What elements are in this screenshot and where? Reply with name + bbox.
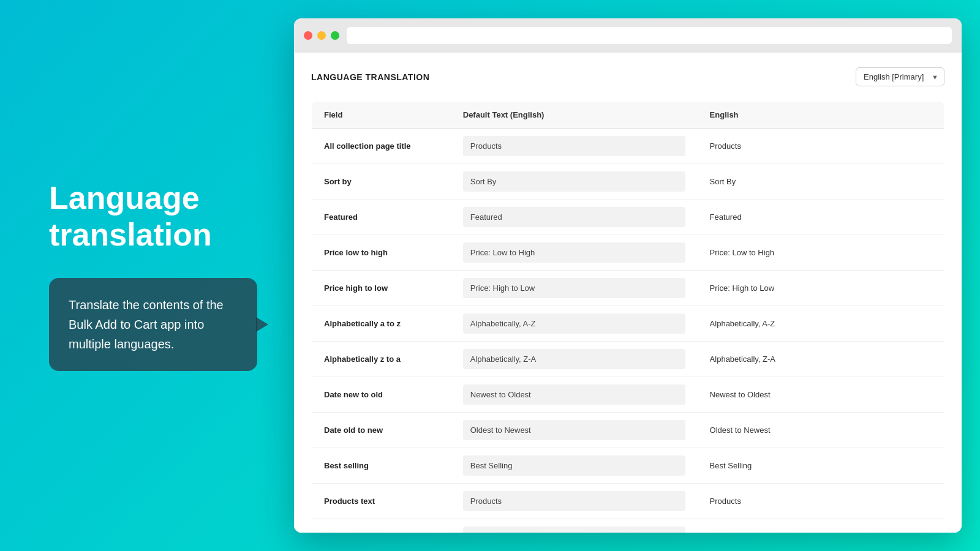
traffic-light-green[interactable] <box>331 31 339 40</box>
field-label: Alphabetically z to a <box>324 354 401 364</box>
translation-input[interactable] <box>710 313 932 334</box>
translation-cell <box>698 377 944 413</box>
default-text-cell <box>451 448 698 484</box>
description-text: Translate the contents of the Bulk Add t… <box>69 295 238 354</box>
default-text-input[interactable] <box>463 207 685 227</box>
table-row: Alphabetically z to a <box>312 342 944 377</box>
default-text-cell <box>451 271 698 306</box>
field-cell: Alphabetically a to z <box>312 306 451 342</box>
col-header-default: Default Text (English) <box>451 102 698 129</box>
field-label: Sort by <box>324 177 352 186</box>
translation-input[interactable] <box>710 420 932 440</box>
browser-titlebar <box>294 18 962 53</box>
translation-input[interactable] <box>710 242 932 263</box>
description-box: Translate the contents of the Bulk Add t… <box>49 278 257 371</box>
field-label: Best selling <box>324 461 369 470</box>
default-text-input[interactable] <box>463 136 685 156</box>
field-label: Price high to low <box>324 283 388 293</box>
default-text-input[interactable] <box>463 491 685 511</box>
default-text-input[interactable] <box>463 349 685 369</box>
default-text-input[interactable] <box>463 313 685 334</box>
default-text-cell <box>451 342 698 377</box>
traffic-light-red[interactable] <box>304 31 312 40</box>
translation-table: Field Default Text (English) English All… <box>311 101 944 533</box>
translation-cell <box>698 271 944 306</box>
field-label: Date new to old <box>324 390 383 399</box>
field-cell: Products text <box>312 484 451 519</box>
translation-input[interactable] <box>710 349 932 369</box>
translation-input[interactable] <box>710 384 932 405</box>
translation-cell <box>698 519 944 533</box>
app-content: LANGUAGE TRANSLATION English [Primary] F… <box>294 53 962 533</box>
col-header-field: Field <box>312 102 451 129</box>
default-text-input[interactable] <box>463 384 685 405</box>
translation-cell <box>698 342 944 377</box>
field-cell: All collection page title <box>312 129 451 164</box>
traffic-light-yellow[interactable] <box>317 31 326 40</box>
field-cell: Best selling <box>312 448 451 484</box>
app-title: LANGUAGE TRANSLATION <box>311 72 429 82</box>
translation-input[interactable] <box>710 136 932 156</box>
field-cell: Sort by <box>312 164 451 200</box>
table-row: Alphabetically a to z <box>312 306 944 342</box>
table-row: Date new to old <box>312 377 944 413</box>
translation-cell <box>698 164 944 200</box>
translation-input[interactable] <box>710 171 932 192</box>
default-text-input[interactable] <box>463 242 685 263</box>
field-cell: Alphabetically z to a <box>312 342 451 377</box>
default-text-input[interactable] <box>463 420 685 440</box>
translation-cell <box>698 200 944 235</box>
col-header-english: English <box>698 102 944 129</box>
default-text-cell <box>451 235 698 271</box>
field-cell: Price low to high <box>312 235 451 271</box>
default-text-cell <box>451 519 698 533</box>
table-row: Price low to high <box>312 235 944 271</box>
table-row: All collection page title <box>312 129 944 164</box>
table-row: Product image <box>312 519 944 533</box>
default-text-cell <box>451 129 698 164</box>
translation-cell <box>698 129 944 164</box>
default-text-cell <box>451 377 698 413</box>
hero-title: Language translation <box>49 180 257 253</box>
field-cell: Date old to new <box>312 413 451 448</box>
left-panel: Language translation Translate the conte… <box>0 143 294 408</box>
field-cell: Date new to old <box>312 377 451 413</box>
default-text-cell <box>451 413 698 448</box>
field-label: Product image <box>324 532 379 533</box>
field-label: Date old to new <box>324 425 383 435</box>
table-row: Featured <box>312 200 944 235</box>
table-row: Date old to new <box>312 413 944 448</box>
translation-cell <box>698 484 944 519</box>
field-cell: Price high to low <box>312 271 451 306</box>
table-row: Sort by <box>312 164 944 200</box>
language-select[interactable]: English [Primary] French Spanish German … <box>856 67 944 86</box>
translation-input[interactable] <box>710 207 932 227</box>
address-bar[interactable] <box>347 27 952 44</box>
field-label: Featured <box>324 212 358 222</box>
default-text-input[interactable] <box>463 171 685 192</box>
translation-input[interactable] <box>710 527 932 533</box>
traffic-lights <box>304 31 339 40</box>
table-row: Products text <box>312 484 944 519</box>
field-cell: Featured <box>312 200 451 235</box>
default-text-cell <box>451 164 698 200</box>
field-label: Products text <box>324 497 375 506</box>
translation-input[interactable] <box>710 455 932 476</box>
field-label: Alphabetically a to z <box>324 319 401 328</box>
field-label: All collection page title <box>324 141 411 151</box>
browser-window: LANGUAGE TRANSLATION English [Primary] F… <box>294 18 962 533</box>
default-text-input[interactable] <box>463 455 685 476</box>
default-text-input[interactable] <box>463 527 685 533</box>
language-select-wrapper: English [Primary] French Spanish German … <box>856 67 944 86</box>
table-header-row: Field Default Text (English) English <box>312 102 944 129</box>
translation-input[interactable] <box>710 491 932 511</box>
table-row: Price high to low <box>312 271 944 306</box>
default-text-cell <box>451 200 698 235</box>
translation-cell <box>698 413 944 448</box>
translation-cell <box>698 235 944 271</box>
default-text-input[interactable] <box>463 278 685 298</box>
translation-input[interactable] <box>710 278 932 298</box>
field-cell: Product image <box>312 519 451 533</box>
translation-cell <box>698 448 944 484</box>
translation-cell <box>698 306 944 342</box>
